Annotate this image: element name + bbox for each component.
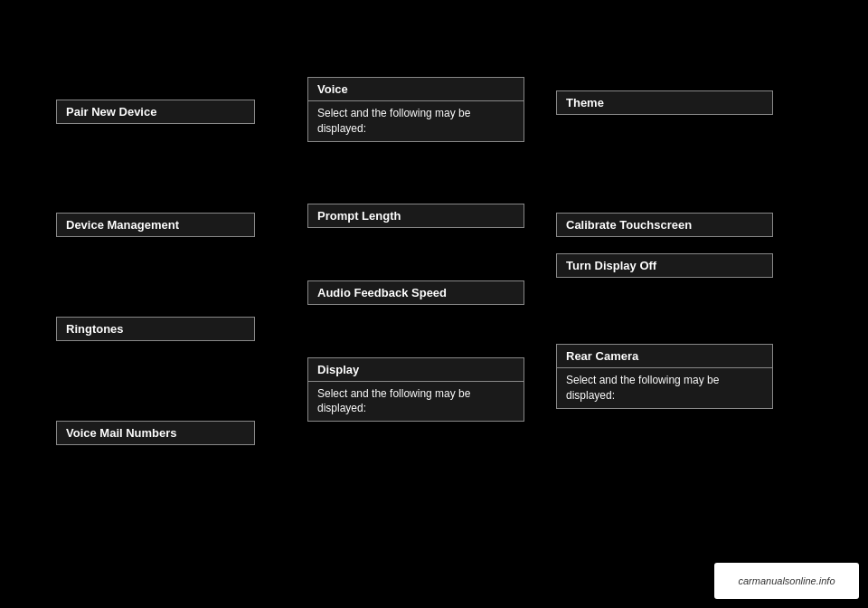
turn-display-off-label: Turn Display Off xyxy=(556,253,773,278)
rear-camera-label: Rear Camera xyxy=(556,344,773,368)
theme-item[interactable]: Theme xyxy=(556,90,773,115)
prompt-length-item[interactable]: Prompt Length xyxy=(307,204,524,228)
display-item[interactable]: Display Select and the following may be … xyxy=(307,357,524,423)
pair-new-device-item[interactable]: Pair New Device xyxy=(56,100,255,124)
display-description: Select and the following may be displaye… xyxy=(307,382,524,423)
watermark: carmanualsonline.info xyxy=(714,563,859,599)
audio-feedback-speed-label: Audio Feedback Speed xyxy=(307,280,524,305)
prompt-length-label: Prompt Length xyxy=(307,204,524,228)
voice-item[interactable]: Voice Select and the following may be di… xyxy=(307,77,524,142)
voice-mail-numbers-item[interactable]: Voice Mail Numbers xyxy=(56,421,255,445)
audio-feedback-speed-item[interactable]: Audio Feedback Speed xyxy=(307,280,524,305)
device-management-item[interactable]: Device Management xyxy=(56,213,255,237)
voice-label: Voice xyxy=(307,77,524,101)
calibrate-touchscreen-item[interactable]: Calibrate Touchscreen xyxy=(556,213,773,237)
page-container: Pair New Device Device Management Ringto… xyxy=(0,0,868,608)
pair-new-device-label: Pair New Device xyxy=(56,100,255,124)
voice-mail-numbers-label: Voice Mail Numbers xyxy=(56,421,255,445)
voice-description: Select and the following may be displaye… xyxy=(307,101,524,142)
calibrate-touchscreen-label: Calibrate Touchscreen xyxy=(556,213,773,237)
device-management-label: Device Management xyxy=(56,213,255,237)
display-label: Display xyxy=(307,357,524,382)
watermark-text: carmanualsonline.info xyxy=(738,575,835,586)
rear-camera-description: Select and the following may be displaye… xyxy=(556,368,773,409)
rear-camera-item[interactable]: Rear Camera Select and the following may… xyxy=(556,344,773,409)
ringtones-label: Ringtones xyxy=(56,317,255,341)
turn-display-off-item[interactable]: Turn Display Off xyxy=(556,253,773,278)
theme-label: Theme xyxy=(556,90,773,115)
ringtones-item[interactable]: Ringtones xyxy=(56,317,255,341)
